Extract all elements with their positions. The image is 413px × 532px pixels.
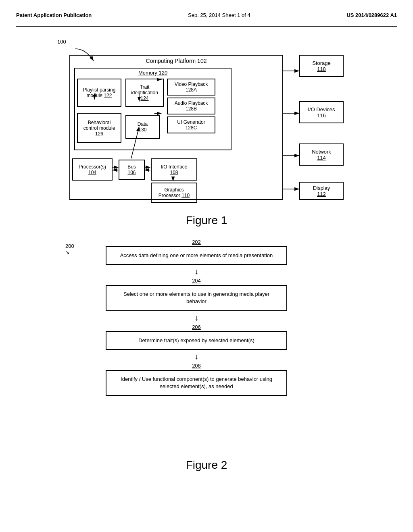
io-interface-box: I/O Interface108 [151, 158, 197, 181]
figure2-section: 200 ↘ 202 Access data defining one or mo… [16, 239, 397, 472]
flowchart: 202 Access data defining one or more ele… [106, 239, 287, 396]
figure2-label: Figure 2 [16, 459, 397, 472]
iodevices-box: I/O Devices116 [299, 101, 344, 123]
step202-ref: 202 [106, 239, 287, 245]
step208-box: Identify / Use functional component(s) t… [106, 370, 287, 396]
step204-box: Select one or more elements to use in ge… [106, 285, 287, 311]
step206-box: Determine trait(s) exposed by selected e… [106, 331, 287, 350]
graphics-label: GraphicsProcessor 110 [159, 187, 190, 198]
playlist-box: Playlist parsingmodule 122 [77, 79, 121, 107]
arrow2: ↓ [106, 311, 287, 324]
storage-box: Storage118 [299, 55, 344, 77]
header-center: Sep. 25, 2014 Sheet 1 of 4 [188, 12, 250, 18]
step206-text: Determine trait(s) exposed by selected e… [138, 337, 254, 343]
trait-box: Traitidentification124 [125, 79, 164, 107]
trait-label: Traitidentification124 [131, 84, 158, 101]
network-label: Network114 [312, 149, 331, 161]
data-box: Data130 [125, 115, 160, 139]
processor-box: Processor(s)104 [72, 158, 113, 181]
data-label: Data130 [138, 121, 148, 133]
header-right: US 2014/0289622 A1 [346, 12, 397, 18]
step202-text: Access data defining one or more element… [120, 252, 273, 258]
playback-group: Video Playback128A Audio Playback128B UI… [167, 79, 215, 135]
graphics-box: GraphicsProcessor 110 [151, 183, 197, 203]
arrow1: ↓ [106, 265, 287, 278]
diagram2: 200 ↘ 202 Access data defining one or mo… [65, 239, 348, 453]
playlist-label: Playlist parsingmodule 122 [83, 87, 116, 98]
step202-box: Access data defining one or more element… [106, 246, 287, 265]
display-box: Display112 [299, 182, 344, 200]
storage-label: Storage118 [312, 60, 331, 72]
platform-box: Computing Platform 102 Memory 120 Playli… [69, 55, 283, 200]
behavioral-box: Behavioralcontrol module126 [77, 113, 121, 143]
memory-title: Memory 120 [75, 69, 231, 77]
behavioral-label: Behavioralcontrol module126 [83, 120, 115, 137]
page: Patent Application Publication Sep. 25, … [0, 0, 413, 532]
figure1-label: Figure 1 [16, 214, 397, 227]
diagram1: 100 Computing Platform 102 Memory 120 Pl… [45, 39, 368, 208]
bus-label: Bus106 [127, 164, 136, 175]
platform-title: Computing Platform 102 [70, 56, 282, 66]
step206-ref: 206 [106, 324, 287, 330]
ref-100: 100 [57, 39, 66, 45]
processor-label: Processor(s)104 [79, 164, 106, 175]
step208-ref: 208 [106, 363, 287, 369]
io-interface-label: I/O Interface108 [161, 164, 187, 175]
audio-box: Audio Playback128B [167, 98, 215, 114]
ref-200: 200 ↘ [65, 243, 74, 255]
video-box: Video Playback128A [167, 79, 215, 96]
step204-ref: 204 [106, 278, 287, 284]
iodevices-label: I/O Devices116 [308, 106, 335, 118]
network-box: Network114 [299, 143, 344, 166]
header: Patent Application Publication Sep. 25, … [16, 8, 397, 27]
uigen-box: UI Generator128C [167, 116, 215, 133]
display-label: Display112 [313, 185, 330, 197]
arrow3: ↓ [106, 350, 287, 363]
figure1-section: 100 Computing Platform 102 Memory 120 Pl… [16, 39, 397, 227]
bus-box: Bus106 [119, 160, 145, 180]
header-left: Patent Application Publication [16, 12, 92, 18]
step204-text: Select one or more elements to use in ge… [123, 291, 269, 304]
memory-box: Memory 120 Playlist parsingmodule 122 Tr… [74, 68, 232, 150]
step208-text: Identify / Use functional component(s) t… [121, 376, 272, 389]
